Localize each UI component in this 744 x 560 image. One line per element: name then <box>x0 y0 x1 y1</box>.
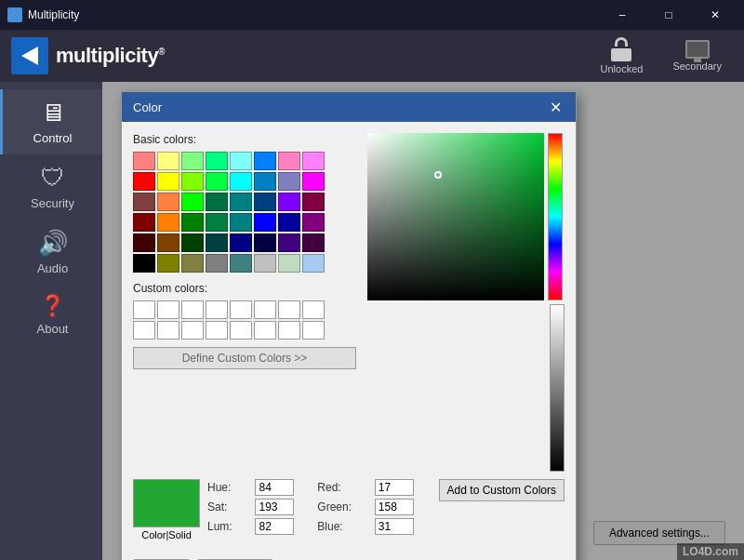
color-swatch[interactable] <box>278 193 300 211</box>
color-swatch[interactable] <box>302 152 325 170</box>
color-swatch[interactable] <box>230 152 252 170</box>
spectrum-canvas[interactable] <box>367 133 544 300</box>
hue-slider[interactable] <box>548 133 563 300</box>
sat-input[interactable] <box>255 499 294 515</box>
hue-input[interactable] <box>255 479 294 496</box>
lum-input[interactable] <box>255 518 294 535</box>
spectrum-bars <box>548 133 565 472</box>
custom-swatch[interactable] <box>133 300 155 319</box>
dialog-title-bar: Color ✕ <box>122 92 576 122</box>
lock-icon <box>611 37 631 61</box>
unlocked-button[interactable]: Unlocked <box>590 33 655 78</box>
color-swatch[interactable] <box>278 152 300 170</box>
color-swatch[interactable] <box>133 193 155 211</box>
sat-label: Sat: <box>207 500 249 513</box>
color-swatch[interactable] <box>181 233 204 252</box>
maximize-button[interactable]: □ <box>647 0 690 30</box>
color-swatch[interactable] <box>302 233 325 252</box>
color-dialog: Color ✕ Basic colors: <box>121 91 577 560</box>
color-swatch[interactable] <box>254 193 276 211</box>
close-button[interactable]: ✕ <box>694 0 737 30</box>
color-swatch[interactable] <box>206 233 228 252</box>
blue-input[interactable] <box>375 518 414 535</box>
logo-multi: multi <box>56 44 102 67</box>
custom-swatch[interactable] <box>230 321 252 340</box>
color-swatch[interactable] <box>181 213 204 232</box>
color-swatch[interactable] <box>302 172 325 191</box>
spectrum-section <box>367 133 565 472</box>
color-swatch[interactable] <box>157 172 179 191</box>
sidebar-item-control[interactable]: 🖥 Control <box>0 89 102 154</box>
custom-swatch[interactable] <box>278 321 300 340</box>
color-swatch[interactable] <box>133 254 155 273</box>
dialog-title: Color <box>133 100 162 114</box>
color-swatch[interactable] <box>230 254 252 273</box>
color-swatch[interactable] <box>181 172 204 191</box>
color-swatch[interactable] <box>230 213 252 232</box>
logo-plicity: plicity <box>102 44 158 67</box>
color-swatch[interactable] <box>254 213 276 232</box>
values-grid: Hue: Red: Sat: Green: Lum: Blue: <box>207 479 432 535</box>
color-swatch[interactable] <box>254 254 276 273</box>
custom-swatch[interactable] <box>206 300 228 319</box>
green-input[interactable] <box>375 499 414 515</box>
luminance-slider[interactable] <box>550 304 565 472</box>
red-input[interactable] <box>375 479 414 496</box>
color-swatch[interactable] <box>302 193 325 211</box>
blue-label: Blue: <box>317 520 369 533</box>
sidebar-label-about: About <box>37 322 69 336</box>
color-swatch[interactable] <box>133 172 155 191</box>
color-swatch[interactable] <box>133 213 155 232</box>
color-swatch[interactable] <box>278 233 300 252</box>
custom-swatch[interactable] <box>278 300 300 319</box>
color-swatch[interactable] <box>157 193 179 211</box>
color-swatch[interactable] <box>157 254 179 273</box>
dialog-close-button[interactable]: ✕ <box>546 98 565 116</box>
color-swatch[interactable] <box>278 213 300 232</box>
custom-swatch[interactable] <box>181 300 204 319</box>
color-swatch[interactable] <box>278 172 300 191</box>
color-swatch[interactable] <box>254 172 276 191</box>
custom-swatch[interactable] <box>157 321 179 340</box>
color-swatch[interactable] <box>230 233 252 252</box>
custom-swatch[interactable] <box>302 321 325 340</box>
color-swatch[interactable] <box>230 172 252 191</box>
sidebar-item-audio[interactable]: 🔊 Audio <box>0 220 102 285</box>
color-solid-label: Color|Solid <box>133 529 200 540</box>
color-swatch[interactable] <box>278 254 300 273</box>
custom-swatch[interactable] <box>157 300 179 319</box>
color-preview-wrapper: Color|Solid <box>133 479 200 540</box>
minimize-button[interactable]: – <box>601 0 644 30</box>
color-swatch[interactable] <box>206 193 228 211</box>
color-swatch[interactable] <box>133 152 155 170</box>
color-swatch[interactable] <box>302 213 325 232</box>
custom-swatch[interactable] <box>206 321 228 340</box>
color-swatch[interactable] <box>206 254 228 273</box>
color-swatch[interactable] <box>254 233 276 252</box>
sidebar-item-about[interactable]: ❓ About <box>0 285 102 345</box>
color-swatch[interactable] <box>302 254 325 273</box>
color-swatch[interactable] <box>181 193 204 211</box>
title-bar-left: Multiplicity <box>7 7 79 22</box>
custom-swatch[interactable] <box>254 300 276 319</box>
custom-swatch[interactable] <box>230 300 252 319</box>
color-swatch[interactable] <box>133 233 155 252</box>
sidebar-item-security[interactable]: 🛡 Security <box>0 154 102 220</box>
color-swatch[interactable] <box>157 152 179 170</box>
color-swatch[interactable] <box>230 193 252 211</box>
color-swatch[interactable] <box>206 213 228 232</box>
custom-swatch[interactable] <box>302 300 325 319</box>
custom-swatch[interactable] <box>133 321 155 340</box>
define-custom-colors-button[interactable]: Define Custom Colors >> <box>133 347 356 369</box>
secondary-button[interactable]: Secondary <box>661 36 733 75</box>
color-swatch[interactable] <box>206 152 228 170</box>
custom-swatch[interactable] <box>181 321 204 340</box>
color-swatch[interactable] <box>157 213 179 232</box>
custom-swatch[interactable] <box>254 321 276 340</box>
color-swatch[interactable] <box>157 233 179 252</box>
color-swatch[interactable] <box>254 152 276 170</box>
color-swatch[interactable] <box>181 152 204 170</box>
color-swatch[interactable] <box>206 172 228 191</box>
color-swatch[interactable] <box>181 254 204 273</box>
add-to-custom-colors-button[interactable]: Add to Custom Colors <box>439 479 565 501</box>
